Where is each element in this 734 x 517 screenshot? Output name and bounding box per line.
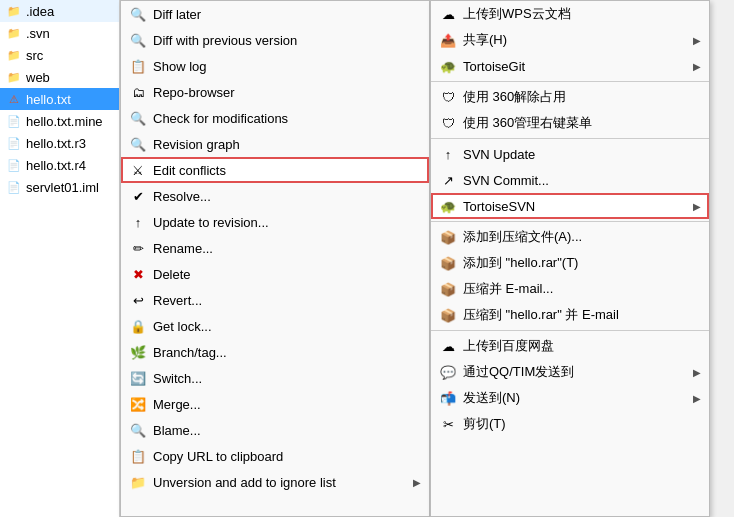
resolve-icon: ✔ [129,187,147,205]
menu-item-update-revision[interactable]: ↑ Update to revision... [121,209,429,235]
menu-item-rename[interactable]: ✏ Rename... [121,235,429,261]
send-to-icon: 📬 [439,389,457,407]
add-hello-rar-icon: 📦 [439,254,457,272]
menu-item-revert[interactable]: ↩ Revert... [121,287,429,313]
menu-item-upload-baidu[interactable]: ☁ 上传到百度网盘 [431,333,709,359]
context-menu-left: 🔍 Diff later 🔍 Diff with previous versio… [120,0,430,517]
revert-icon: ↩ [129,291,147,309]
get-lock-icon: 🔒 [129,317,147,335]
menu-item-diff-later[interactable]: 🔍 Diff later [121,1,429,27]
blame-icon: 🔍 [129,421,147,439]
menu-item-cut[interactable]: ✂ 剪切(T) [431,411,709,437]
menu-item-branch-tag[interactable]: 🌿 Branch/tag... [121,339,429,365]
menu-item-upload-wps[interactable]: ☁ 上传到WPS云文档 [431,1,709,27]
separator [431,138,709,139]
file-tree-item-web[interactable]: 📁 web [0,66,119,88]
menu-item-resolve[interactable]: ✔ Resolve... [121,183,429,209]
file-tree-item-hello-mine[interactable]: 📄 hello.txt.mine [0,110,119,132]
menu-item-tortoise-git[interactable]: 🐢 TortoiseGit ▶ [431,53,709,79]
menu-item-add-hello-rar[interactable]: 📦 添加到 "hello.rar"(T) [431,250,709,276]
menu-item-svn-update[interactable]: ↑ SVN Update [431,141,709,167]
menu-item-revision-graph[interactable]: 🔍 Revision graph [121,131,429,157]
repo-browser-icon: 🗂 [129,83,147,101]
menu-item-edit-conflicts[interactable]: ⚔ Edit conflicts [121,157,429,183]
menu-item-share[interactable]: 📤 共享(H) ▶ [431,27,709,53]
menu-item-zip-email[interactable]: 📦 压缩并 E-mail... [431,276,709,302]
diff-later-icon: 🔍 [129,5,147,23]
menu-item-show-log[interactable]: 📋 Show log [121,53,429,79]
diff-previous-icon: 🔍 [129,31,147,49]
menu-item-merge[interactable]: 🔀 Merge... [121,391,429,417]
menu-item-check-modifications[interactable]: 🔍 Check for modifications [121,105,429,131]
menu-item-zip-hello-email[interactable]: 📦 压缩到 "hello.rar" 并 E-mail [431,302,709,328]
submenu-arrow: ▶ [693,367,701,378]
separator [431,221,709,222]
edit-conflicts-icon: ⚔ [129,161,147,179]
submenu-arrow: ▶ [693,393,701,404]
add-zip-icon: 📦 [439,228,457,246]
share-icon: 📤 [439,31,457,49]
menu-item-360-manage[interactable]: 🛡 使用 360管理右键菜单 [431,110,709,136]
svn-commit-icon: ↗ [439,171,457,189]
menu-item-copy-url[interactable]: 📋 Copy URL to clipboard [121,443,429,469]
menu-item-get-lock[interactable]: 🔒 Get lock... [121,313,429,339]
menu-item-tortoise-svn[interactable]: 🐢 TortoiseSVN ▶ [431,193,709,219]
file-tree-item-servlet[interactable]: 📄 servlet01.iml [0,176,119,198]
file-tree-item-hello-r4[interactable]: 📄 hello.txt.r4 [0,154,119,176]
menu-item-add-zip[interactable]: 📦 添加到压缩文件(A)... [431,224,709,250]
menu-item-diff-previous[interactable]: 🔍 Diff with previous version [121,27,429,53]
cut-icon: ✂ [439,415,457,433]
folder-ok-icon: 📁 [6,47,22,63]
360-manage-icon: 🛡 [439,114,457,132]
file-tree-item-svn[interactable]: 📁 .svn [0,22,119,44]
revision-graph-icon: 🔍 [129,135,147,153]
branch-tag-icon: 🌿 [129,343,147,361]
menu-item-blame[interactable]: 🔍 Blame... [121,417,429,443]
360-free-icon: 🛡 [439,88,457,106]
copy-url-icon: 📋 [129,447,147,465]
submenu-arrow: ▶ [693,35,701,46]
file-icon: 📄 [6,113,22,129]
submenu-arrow: ▶ [413,477,421,488]
send-qq-icon: 💬 [439,363,457,381]
menu-item-send-to[interactable]: 📬 发送到(N) ▶ [431,385,709,411]
delete-icon: ✖ [129,265,147,283]
merge-icon: 🔀 [129,395,147,413]
file-tree-item-src[interactable]: 📁 src [0,44,119,66]
separator [431,81,709,82]
folder-icon: 📁 [6,3,22,19]
zip-hello-email-icon: 📦 [439,306,457,324]
rename-icon: ✏ [129,239,147,257]
zip-email-icon: 📦 [439,280,457,298]
update-revision-icon: ↑ [129,213,147,231]
file-icon: 📄 [6,157,22,173]
menu-item-360-free[interactable]: 🛡 使用 360解除占用 [431,84,709,110]
upload-baidu-icon: ☁ [439,337,457,355]
menu-item-svn-commit[interactable]: ↗ SVN Commit... [431,167,709,193]
context-menu-right: ☁ 上传到WPS云文档 📤 共享(H) ▶ 🐢 TortoiseGit ▶ 🛡 … [430,0,710,517]
menu-item-send-qq[interactable]: 💬 通过QQ/TIM发送到 ▶ [431,359,709,385]
show-log-icon: 📋 [129,57,147,75]
file-ok-icon: 📄 [6,179,22,195]
file-icon: 📄 [6,135,22,151]
tortoise-svn-icon: 🐢 [439,197,457,215]
switch-icon: 🔄 [129,369,147,387]
file-tree-item-hello[interactable]: ⚠ hello.txt [0,88,119,110]
tortoise-git-icon: 🐢 [439,57,457,75]
menu-item-switch[interactable]: 🔄 Switch... [121,365,429,391]
folder-icon: 📁 [6,25,22,41]
file-tree-item-idea[interactable]: 📁 .idea [0,0,119,22]
separator [431,330,709,331]
menu-item-unversion[interactable]: 📁 Unversion and add to ignore list ▶ [121,469,429,495]
unversion-icon: 📁 [129,473,147,491]
menu-item-delete[interactable]: ✖ Delete [121,261,429,287]
file-tree: 📁 .idea 📁 .svn 📁 src 📁 web ⚠ hello.txt 📄… [0,0,120,517]
folder-ok-icon: 📁 [6,69,22,85]
menu-item-repo-browser[interactable]: 🗂 Repo-browser [121,79,429,105]
file-conflict-icon: ⚠ [6,91,22,107]
upload-wps-icon: ☁ [439,5,457,23]
file-tree-item-hello-r3[interactable]: 📄 hello.txt.r3 [0,132,119,154]
svn-update-icon: ↑ [439,145,457,163]
submenu-arrow: ▶ [693,201,701,212]
submenu-arrow: ▶ [693,61,701,72]
